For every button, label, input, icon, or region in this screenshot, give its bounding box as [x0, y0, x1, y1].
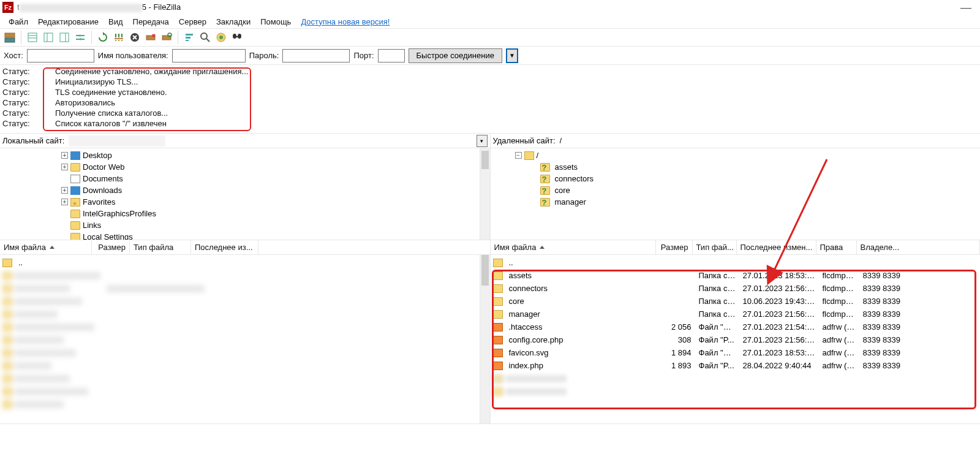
remote-file-list: Имя файла Размер Тип фай... Последнее из…	[491, 240, 981, 423]
folder-icon	[70, 198, 80, 207]
port-input[interactable]	[378, 49, 405, 63]
local-site-dropdown[interactable]: ▾	[477, 135, 488, 147]
log-panel: Статус:Соединение установлено, ожидание …	[0, 65, 980, 134]
cell-type: Файл "P...	[695, 361, 739, 370]
col-type[interactable]: Тип фай...	[693, 240, 737, 254]
tree-node[interactable]: ?assets	[531, 161, 981, 173]
disconnect-icon[interactable]	[143, 30, 158, 45]
menu-file[interactable]: Файл	[4, 16, 33, 28]
tree-node[interactable]: ?connectors	[531, 173, 981, 184]
log-label: Статус:	[2, 118, 37, 129]
compare-icon[interactable]	[198, 30, 213, 45]
quickconnect-dropdown[interactable]: ▼	[506, 48, 518, 63]
tree-node[interactable]: ?manager	[531, 196, 981, 208]
cell-modified: 27.01.2023 21:56:09	[739, 284, 819, 293]
tree-node-label: Desktop	[83, 150, 112, 161]
host-input[interactable]	[27, 49, 94, 63]
local-file-scrollbar[interactable]	[480, 255, 490, 423]
local-file-body[interactable]: ..	[0, 255, 490, 423]
tree-node[interactable]: Local Settings	[61, 231, 490, 240]
remote-site-input[interactable]	[559, 135, 978, 147]
menu-new-version[interactable]: Доступна новая версия!	[296, 16, 394, 28]
toggle-queue-icon[interactable]	[73, 30, 88, 45]
col-owner[interactable]: Владеле...	[857, 240, 981, 254]
file-row[interactable]: core Папка с ... 10.06.2023 19:43:54 flc…	[491, 295, 981, 308]
menu-bookmarks[interactable]: Закладки	[211, 16, 255, 28]
local-site-input[interactable]	[68, 135, 166, 147]
expand-icon[interactable]: +	[61, 199, 68, 205]
remote-tree-pane: Удаленный сайт: − / ?assets?connectors?c…	[491, 134, 981, 240]
sync-browse-icon[interactable]	[214, 30, 228, 45]
file-row[interactable]: .htaccess 2 056 Файл "H... 27.01.2023 21…	[491, 321, 981, 333]
collapse-icon[interactable]: −	[515, 152, 522, 159]
cell-name: ..	[505, 258, 658, 267]
tree-node[interactable]: +Downloads	[61, 184, 490, 196]
col-perm[interactable]: Права	[816, 240, 857, 254]
menu-view[interactable]: Вид	[104, 16, 128, 28]
local-tree[interactable]: +Desktop+Doctor WebDocuments+Downloads+F…	[0, 148, 490, 240]
remote-tree[interactable]: − / ?assets?connectors?core?manager	[491, 148, 981, 240]
expand-icon[interactable]: +	[61, 187, 68, 194]
password-input[interactable]	[282, 49, 350, 63]
file-row[interactable]: manager Папка с ... 27.01.2023 21:56:29 …	[491, 308, 981, 321]
file-row[interactable]: ..	[491, 256, 981, 269]
expand-icon[interactable]: +	[61, 164, 68, 170]
search-remote-icon[interactable]	[230, 30, 244, 45]
menu-help[interactable]: Помощь	[255, 16, 296, 28]
tree-node[interactable]: +Doctor Web	[61, 161, 490, 173]
toggle-local-tree-icon[interactable]	[41, 30, 56, 45]
menu-server[interactable]: Сервер	[174, 16, 211, 28]
svg-rect-0	[5, 38, 15, 42]
tree-node-root[interactable]: /	[537, 150, 539, 161]
cell-owner: 8339 8339	[859, 322, 981, 332]
col-name[interactable]: Имя файла	[0, 240, 92, 254]
file-row[interactable]: index.php 1 893 Файл "P... 28.04.2022 9:…	[491, 359, 981, 372]
col-modified[interactable]: Последнее из...	[191, 240, 258, 254]
folder-icon	[70, 233, 80, 240]
toggle-remote-tree-icon[interactable]	[57, 30, 72, 45]
quickconnect-button[interactable]: Быстрое соединение	[409, 48, 502, 63]
tree-node[interactable]: ?core	[531, 184, 981, 196]
file-row[interactable]: connectors Папка с ... 27.01.2023 21:56:…	[491, 282, 981, 295]
svg-rect-2	[28, 33, 37, 42]
cell-owner: 8339 8339	[859, 335, 981, 344]
file-row[interactable]: favicon.svg 1 894 Файл "SV... 27.01.2023…	[491, 346, 981, 359]
minimize-button[interactable]: —	[954, 1, 978, 14]
tree-node[interactable]: +Favorites	[61, 196, 490, 208]
cancel-icon[interactable]	[127, 30, 142, 45]
tree-node[interactable]: IntelGraphicsProfiles	[61, 208, 490, 219]
col-name[interactable]: Имя файла	[491, 240, 656, 254]
col-size[interactable]: Размер	[92, 240, 130, 254]
tree-node[interactable]: Links	[61, 219, 490, 231]
tree-node-label: Downloads	[83, 184, 122, 196]
folder-icon	[493, 297, 503, 306]
cell-size: 1 893	[658, 361, 695, 370]
tree-node[interactable]: Documents	[61, 173, 490, 184]
toggle-log-icon[interactable]	[25, 30, 40, 45]
cell-type: Папка с ...	[695, 284, 739, 293]
file-row[interactable]: config.core.php 308 Файл "P... 27.01.202…	[491, 333, 981, 346]
menu-bar: Файл Редактирование Вид Передача Сервер …	[0, 15, 980, 28]
folder-icon	[70, 163, 80, 172]
local-tree-scrollbar[interactable]	[480, 148, 490, 240]
file-row[interactable]: assets Папка с ... 27.01.2023 18:53:29 f…	[491, 269, 981, 282]
cell-modified: 10.06.2023 19:43:54	[739, 297, 819, 306]
col-size[interactable]: Размер	[656, 240, 693, 254]
filter-icon[interactable]	[182, 30, 197, 45]
site-manager-icon[interactable]	[2, 30, 17, 45]
process-queue-icon[interactable]	[111, 30, 126, 45]
file-icon	[493, 362, 503, 370]
col-type[interactable]: Тип файла	[130, 240, 191, 254]
refresh-icon[interactable]	[96, 30, 110, 45]
expand-icon[interactable]: +	[61, 152, 68, 159]
menu-transfer[interactable]: Передача	[128, 16, 174, 28]
username-input[interactable]	[172, 49, 246, 63]
remote-file-body[interactable]: .. assets Папка с ... 27.01.2023 18:53:2…	[491, 255, 981, 423]
tree-node[interactable]: +Desktop	[61, 150, 490, 161]
file-icon	[493, 336, 503, 344]
menu-edit[interactable]: Редактирование	[33, 16, 104, 28]
cell-name: assets	[505, 271, 658, 280]
col-modified[interactable]: Последнее измен...	[737, 240, 816, 254]
cell-perm: flcdmpe ...	[819, 297, 859, 306]
reconnect-icon[interactable]	[159, 30, 174, 45]
